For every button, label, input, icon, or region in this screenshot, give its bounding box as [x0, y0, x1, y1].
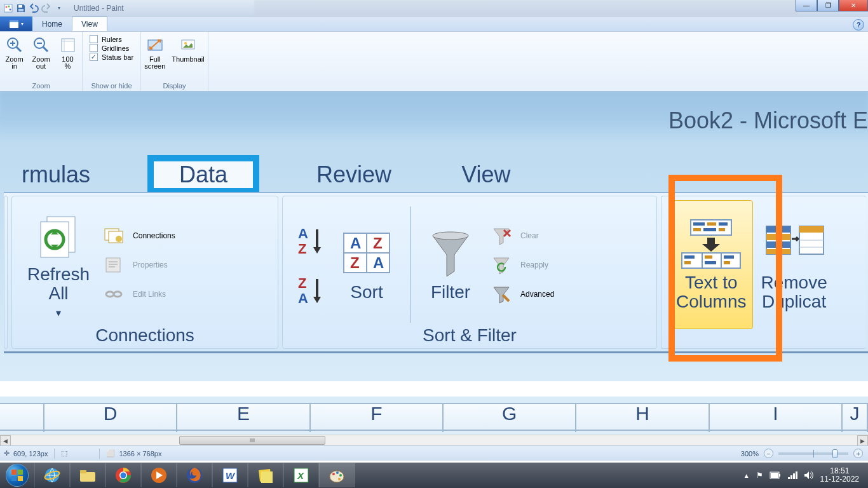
svg-point-41: [433, 232, 468, 240]
col-h: H: [576, 404, 709, 432]
svg-point-89: [332, 473, 335, 475]
zoom-100-icon: [58, 35, 78, 55]
col-f: F: [311, 404, 444, 432]
scroll-left-button[interactable]: ◀: [0, 435, 11, 446]
taskbar-firefox-icon[interactable]: [177, 463, 212, 487]
col-i: I: [710, 404, 843, 432]
windows-taskbar: W X ▲ ⚑ 18:51 11-12-2022: [0, 463, 868, 488]
connections-icon: [102, 226, 125, 245]
start-button[interactable]: [0, 463, 34, 488]
svg-rect-98: [793, 473, 795, 479]
rulers-checkbox[interactable]: Rulers: [90, 35, 133, 43]
col-d: D: [44, 404, 177, 432]
svg-rect-66: [799, 226, 824, 233]
connections-group-label: Connections: [12, 325, 278, 346]
edit-links-button: Edit Links: [102, 285, 175, 304]
svg-text:A: A: [373, 254, 384, 271]
svg-text:X: X: [297, 470, 304, 481]
excel-column-headers: D E F G H I J: [0, 403, 868, 431]
statusbar-checkbox[interactable]: ✓Status bar: [90, 53, 133, 61]
tray-volume-icon[interactable]: [804, 471, 814, 480]
filter-icon: [426, 228, 475, 279]
svg-rect-99: [796, 471, 797, 479]
taskbar-excel-icon[interactable]: X: [283, 463, 319, 487]
sort-button: AZZA Sort: [331, 200, 402, 329]
svg-point-3: [10, 8, 11, 10]
gridlines-checkbox[interactable]: Gridlines: [90, 44, 133, 52]
fullscreen-button[interactable]: Full screen: [142, 34, 168, 71]
col-j: J: [843, 404, 868, 432]
taskbar-media-icon[interactable]: [141, 463, 177, 487]
tray-flag-icon[interactable]: ⚑: [756, 471, 763, 480]
zoom-out-button[interactable]: Zoom out: [29, 34, 54, 71]
undo-icon[interactable]: [28, 3, 39, 14]
svg-text:A: A: [350, 234, 361, 252]
svg-rect-15: [62, 39, 74, 51]
edit-links-icon: [102, 285, 125, 304]
window-title: Untitled - Paint: [74, 4, 124, 13]
minimize-button[interactable]: —: [796, 0, 817, 11]
paint-app-icon: [3, 3, 14, 14]
excel-window-title: Book2 - Microsoft E: [668, 107, 868, 134]
tab-home[interactable]: Home: [32, 17, 72, 31]
svg-point-18: [184, 42, 187, 44]
zoom-in-button[interactable]: Zoom in: [2, 34, 27, 71]
svg-text:Z: Z: [298, 275, 306, 291]
group-label-zoom: Zoom: [0, 82, 82, 90]
taskbar-ie-icon[interactable]: [34, 463, 70, 487]
connections-button: Connections: [102, 226, 175, 245]
advanced-button: Advanced: [490, 285, 554, 304]
sort-desc-icon: ZA: [295, 274, 326, 306]
taskbar-notes-icon[interactable]: [248, 463, 283, 487]
group-label-show: Show or hide: [83, 82, 140, 90]
help-button[interactable]: ?: [853, 19, 864, 30]
scroll-thumb[interactable]: [179, 436, 325, 445]
svg-rect-72: [18, 476, 23, 481]
maximize-button[interactable]: ❐: [817, 0, 839, 11]
col-e: E: [177, 404, 310, 432]
file-menu-button[interactable]: ▾: [0, 17, 32, 31]
tray-clock[interactable]: 18:51 11-12-2022: [820, 467, 859, 484]
sortfilter-group-label: Sort & Filter: [283, 325, 656, 346]
taskbar-word-icon[interactable]: W: [212, 463, 248, 487]
tab-view[interactable]: View: [72, 17, 107, 31]
svg-point-26: [106, 292, 114, 297]
taskbar-chrome-icon[interactable]: [105, 463, 141, 487]
zoom-100-button[interactable]: 100 %: [55, 34, 81, 71]
zoom-plus-button[interactable]: +: [853, 449, 863, 458]
taskbar-explorer-icon[interactable]: [70, 463, 105, 487]
paint-menubar: ▾ Home View: [0, 17, 868, 32]
close-button[interactable]: ✕: [839, 0, 868, 11]
thumbnail-button[interactable]: Thumbnail: [169, 34, 207, 64]
svg-rect-0: [4, 4, 12, 12]
refresh-all-icon: [34, 210, 83, 261]
tray-up-icon[interactable]: ▲: [743, 472, 750, 479]
svg-rect-96: [788, 477, 790, 479]
tray-network-icon[interactable]: [787, 471, 797, 480]
redo-icon[interactable]: [41, 3, 52, 14]
col-g: G: [444, 404, 576, 432]
excel-tab-data-highlighted: Data: [147, 155, 259, 194]
clear-button: Clear: [490, 226, 554, 245]
fullscreen-icon: [145, 35, 165, 55]
reapply-button: Reapply: [490, 255, 554, 274]
qat-customize-icon[interactable]: ▾: [53, 3, 65, 14]
paint-canvas[interactable]: Book2 - Microsoft E rmulas Data Review V…: [0, 92, 868, 435]
zoom-slider[interactable]: [778, 452, 848, 455]
tray-battery-icon[interactable]: [770, 471, 781, 479]
horizontal-scrollbar[interactable]: ◀ ▶: [0, 435, 868, 445]
svg-rect-69: [11, 470, 17, 475]
svg-text:Z: Z: [350, 254, 360, 271]
svg-rect-97: [790, 475, 792, 479]
taskbar-paint-icon[interactable]: [319, 463, 355, 487]
save-icon[interactable]: [15, 3, 27, 14]
canvas-size-icon: ⬜: [106, 449, 115, 458]
scroll-right-button[interactable]: ▶: [857, 435, 868, 446]
zoom-out-icon: [31, 35, 51, 55]
cursor-position-icon: ✛: [4, 449, 10, 458]
svg-text:W: W: [226, 470, 236, 481]
svg-rect-76: [80, 470, 86, 473]
svg-point-24: [116, 236, 122, 242]
advanced-icon: [490, 285, 513, 304]
zoom-minus-button[interactable]: −: [764, 449, 773, 458]
